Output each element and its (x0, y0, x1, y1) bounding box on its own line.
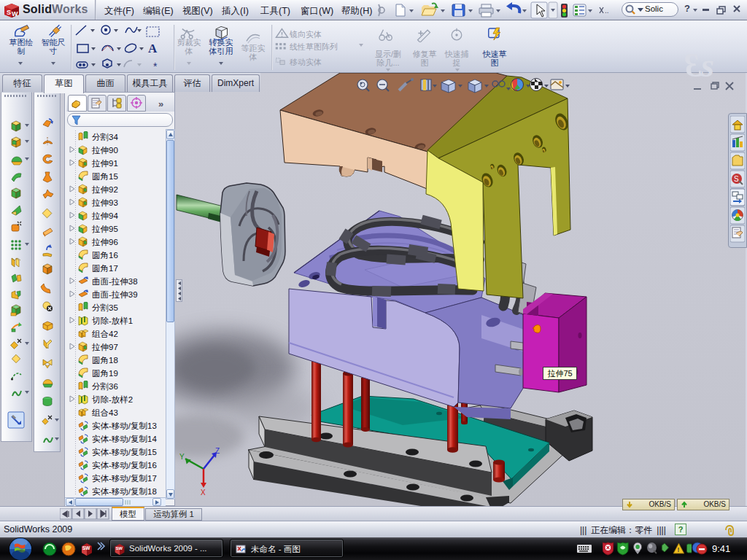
svg-text:SW: SW (82, 545, 90, 551)
svg-text:Y: Y (179, 453, 185, 461)
svg-text:..: .. (605, 7, 609, 15)
svg-text:S: S (7, 9, 11, 16)
svg-text:X: X (201, 489, 206, 497)
svg-text:W: W (12, 10, 18, 18)
svg-text:S: S (734, 175, 739, 183)
svg-text:*: * (153, 61, 158, 72)
svg-text:A: A (148, 42, 158, 55)
svg-text:!: ! (678, 546, 680, 553)
svg-text:Z: Z (215, 447, 220, 455)
svg-text:SW: SW (116, 546, 123, 551)
